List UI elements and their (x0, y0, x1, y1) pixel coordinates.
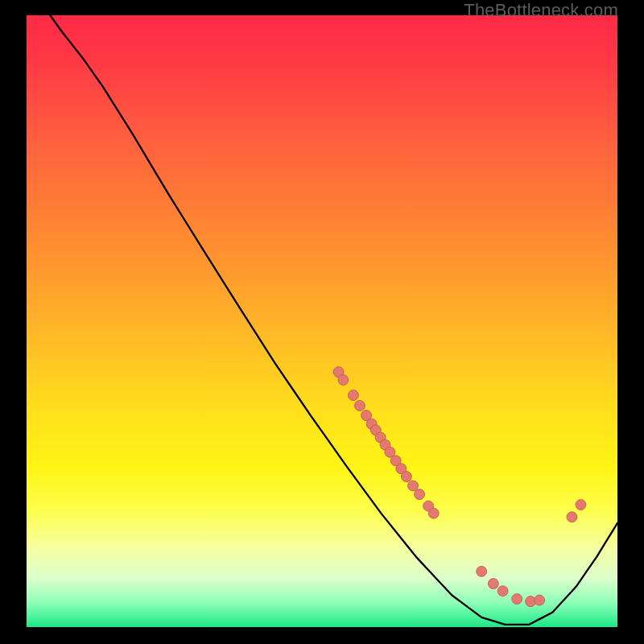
chart-marker (477, 566, 487, 576)
chart-marker (512, 594, 522, 605)
chart-marker (408, 481, 419, 491)
chart-marker (354, 400, 365, 411)
chart-marker (428, 508, 439, 518)
watermark-text: TheBottleneck.com (464, 0, 618, 21)
chart-marker (535, 595, 545, 605)
chart-marker (576, 500, 586, 510)
chart-marker (338, 374, 349, 385)
chart-markers (333, 367, 586, 607)
chart-marker (348, 390, 358, 400)
chart-marker (488, 579, 498, 589)
chart-marker (415, 489, 425, 500)
chart-svg (27, 15, 617, 627)
chart-marker (401, 472, 411, 482)
chart-plot-area (27, 15, 617, 627)
chart-marker (567, 512, 577, 522)
chart-curve (50, 15, 617, 625)
chart-marker (497, 586, 508, 597)
